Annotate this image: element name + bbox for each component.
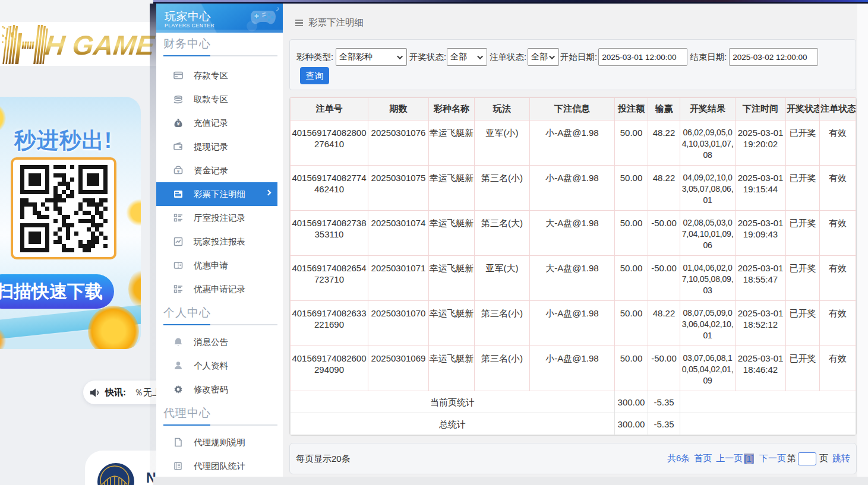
svg-text:￥: ￥ <box>176 121 181 126</box>
svg-text:￥: ￥ <box>176 169 181 173</box>
